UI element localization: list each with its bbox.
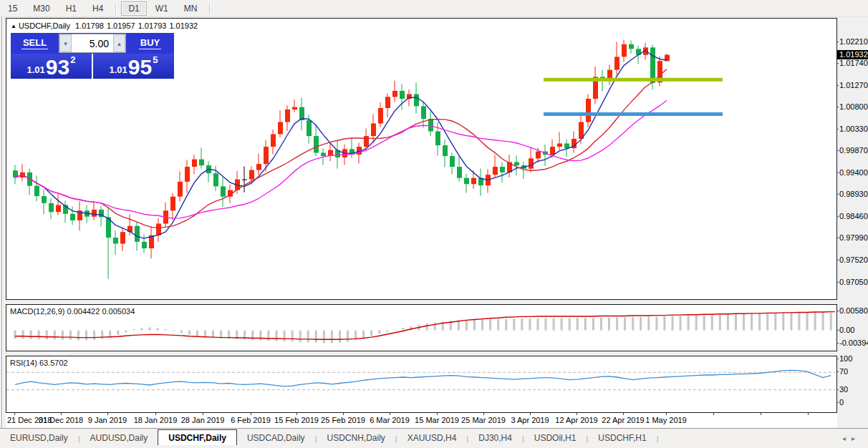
candle-body	[34, 186, 39, 196]
buy-price[interactable]: 1.01 95 5	[93, 54, 174, 79]
macd-histogram-bar	[695, 316, 698, 331]
macd-histogram-bar	[77, 331, 79, 341]
chart-symbol-label: USDCHF,Daily	[19, 21, 70, 30]
rsi-axis-label: 100	[839, 354, 852, 363]
collapse-triangle-icon[interactable]: ▲	[11, 23, 16, 29]
macd-histogram-bar	[331, 331, 333, 344]
macd-histogram-bar	[545, 318, 547, 331]
axis-tick	[836, 330, 839, 331]
candle-body	[307, 120, 312, 136]
tab-eurusd-daily[interactable]: EURUSD,Daily	[0, 431, 78, 446]
tab-usdcad-daily[interactable]: USDCAD,Daily	[237, 431, 315, 446]
horizontal-line[interactable]	[544, 78, 723, 82]
macd-histogram-bar	[688, 316, 690, 331]
macd-histogram-bar	[647, 316, 650, 330]
timeframe-button-mn[interactable]: MN	[177, 1, 205, 16]
sell-price-small: 1.01	[27, 64, 45, 75]
macd-histogram-bar	[14, 331, 16, 339]
tab-scroll-right-icon[interactable]: ▸	[852, 434, 861, 442]
rsi-indicator-panel[interactable]: RSI(14) 63.5702	[6, 356, 837, 413]
candle-body	[392, 91, 397, 97]
candle-body	[199, 160, 204, 165]
axis-tick	[836, 107, 839, 107]
time-axis-tick	[390, 413, 390, 415]
macd-axis-label: -0.003945	[839, 339, 868, 347]
tab-usdoil-h1[interactable]: USDOil,H1	[524, 431, 587, 446]
macd-histogram-bar	[46, 331, 48, 340]
macd-histogram-bar	[259, 331, 261, 341]
sell-price-pip: 2	[70, 54, 75, 65]
candle-body	[185, 167, 190, 182]
rsi-chart-canvas[interactable]	[6, 356, 835, 411]
timeframe-button-h4[interactable]: H4	[85, 1, 110, 16]
trade-panel-top-row: SELL ▾ ▴ BUY	[11, 33, 174, 54]
macd-histogram-bar	[513, 319, 515, 331]
time-axis-tick	[666, 413, 667, 415]
macd-histogram-bar	[426, 323, 428, 331]
time-axis[interactable]: 21 Dec 201831 Dec 20189 Jan 201918 Jan 2…	[6, 413, 837, 428]
candle-body	[493, 167, 498, 175]
macd-label: MACD(12,26,9) 0.004422 0.005034	[10, 307, 135, 316]
candle-body	[371, 123, 376, 136]
macd-histogram-bar	[672, 316, 674, 331]
macd-histogram-bar	[782, 313, 784, 331]
sell-button[interactable]: SELL	[11, 33, 59, 54]
candle-body	[170, 197, 175, 211]
horizontal-line[interactable]	[544, 112, 723, 116]
macd-histogram-bar	[592, 318, 594, 330]
tab-audusd-daily[interactable]: AUDUSD,Daily	[80, 431, 158, 446]
volume-input[interactable]	[72, 34, 113, 52]
macd-histogram-bar	[267, 331, 269, 341]
candle-body	[421, 106, 426, 119]
candle-body	[271, 134, 276, 147]
macd-histogram-bar	[117, 331, 119, 335]
time-axis-label: 22 Apr 2019	[602, 416, 644, 424]
candle-body	[321, 153, 326, 157]
macd-histogram-bar	[173, 331, 175, 331]
macd-histogram-bar	[640, 317, 642, 331]
sell-price[interactable]: 1.01 93 2	[11, 54, 92, 79]
macd-histogram-bar	[132, 329, 135, 330]
timeframe-button-d1[interactable]: D1	[121, 1, 146, 16]
main-chart-panel[interactable]: ▲USDCHF,Daily 1.017981.019571.017931.019…	[6, 18, 837, 300]
buy-button[interactable]: BUY	[126, 33, 174, 54]
macd-histogram-bar	[751, 313, 753, 331]
candle-body	[314, 136, 319, 152]
volume-decrease-button[interactable]: ▾	[59, 34, 72, 52]
candle-body	[221, 186, 226, 196]
macd-histogram-bar	[505, 319, 507, 331]
macd-histogram-bar	[466, 320, 468, 331]
macd-histogram-bar	[188, 331, 191, 335]
macd-indicator-panel[interactable]: MACD(12,26,9) 0.004422 0.005034	[6, 304, 837, 351]
candle-body	[242, 180, 247, 180]
tab-usdchf-daily[interactable]: USDCHF,Daily	[158, 429, 237, 446]
timeframe-button-h1[interactable]: H1	[59, 1, 84, 16]
macd-histogram-bar	[141, 328, 143, 330]
rsi-axis-label: 0	[839, 398, 844, 406]
macd-histogram-bar	[521, 318, 523, 330]
timeframe-button-w1[interactable]: W1	[148, 1, 175, 16]
timeframe-button-15[interactable]: 15	[1, 1, 24, 16]
candle-body	[249, 170, 254, 180]
tab-usdcnh-daily[interactable]: USDCNH,Daily	[317, 431, 395, 446]
candle-body	[285, 109, 290, 122]
macd-histogram-bar	[157, 328, 159, 330]
axis-tick	[836, 359, 839, 359]
timeframe-button-m30[interactable]: M30	[26, 1, 57, 16]
macd-histogram-bar	[291, 331, 294, 342]
axis-tick	[836, 194, 839, 195]
candle-body	[550, 147, 555, 155]
macd-histogram-bar	[69, 331, 72, 340]
tab-xauusd-h4[interactable]: XAUUSD,H4	[397, 431, 467, 446]
macd-histogram-bar	[38, 331, 40, 339]
tab-scroll-left-icon[interactable]: ◂	[842, 434, 852, 442]
price-axis[interactable]: 1.022101.017401.012701.008001.003300.998…	[837, 0, 868, 448]
macd-histogram-bar	[125, 331, 127, 333]
candle-body	[450, 156, 455, 167]
candle-body	[213, 173, 218, 186]
tab-dj30-h4[interactable]: DJ30,H4	[468, 431, 522, 446]
macd-histogram-bar	[774, 313, 776, 331]
volume-increase-button[interactable]: ▴	[113, 34, 125, 52]
macd-histogram-bar	[339, 331, 341, 343]
tab-usdchf-h1[interactable]: USDCHF,H1	[588, 431, 656, 446]
